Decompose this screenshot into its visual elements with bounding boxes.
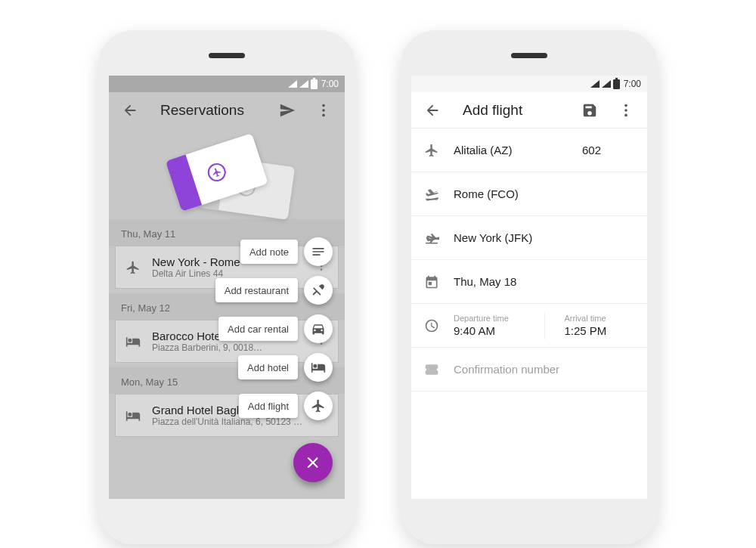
minifab-flight[interactable] — [304, 392, 333, 420]
more-icon — [618, 102, 634, 119]
hero-image — [109, 128, 345, 219]
bed-icon — [125, 408, 141, 423]
bed-icon — [125, 334, 141, 349]
divider — [544, 312, 545, 339]
arrival-time: 1:25 PM — [565, 324, 636, 337]
restaurant-icon — [311, 283, 326, 298]
phone-frame-right: 7:00 Add flight Alitalia (AZ) 602 Rome (… — [401, 30, 658, 544]
land-icon — [423, 231, 440, 246]
wifi-icon — [590, 80, 600, 88]
battery-icon — [311, 79, 318, 89]
departure-label: Departure time — [454, 314, 525, 323]
chip-add-restaurant[interactable]: Add restaurant — [215, 278, 298, 302]
plane-icon — [125, 260, 141, 275]
overflow-button[interactable] — [611, 95, 641, 125]
screen-reservations: 7:00 Reservations Thu, May 11 New York -… — [109, 76, 345, 499]
signal-icon — [602, 80, 611, 88]
page-title: Reservations — [151, 102, 266, 119]
minifab-restaurant[interactable] — [304, 276, 333, 305]
status-bar: 7:00 — [411, 76, 647, 92]
app-bar: Add flight — [411, 92, 647, 128]
page-title: Add flight — [454, 102, 569, 119]
status-time: 7:00 — [321, 79, 339, 89]
battery-icon — [613, 79, 620, 89]
plane-icon — [311, 398, 326, 413]
row-confirmation[interactable]: Confirmation number — [411, 348, 647, 392]
ticket-icon — [423, 362, 440, 377]
note-icon — [311, 244, 326, 259]
wifi-icon — [288, 80, 297, 88]
chip-add-note[interactable]: Add note — [240, 240, 298, 264]
back-button[interactable] — [115, 95, 145, 125]
chip-add-flight[interactable]: Add flight — [239, 394, 298, 418]
back-button[interactable] — [417, 95, 448, 125]
phone-frame-left: 7:00 Reservations Thu, May 11 New York -… — [98, 30, 355, 544]
card-subtitle: Piazza Barberini, 9, 0018… — [152, 342, 303, 353]
plane-icon — [423, 143, 440, 158]
close-icon — [305, 454, 321, 471]
row-destination[interactable]: New York (JFK) — [411, 216, 647, 260]
departure-time: 9:40 AM — [454, 324, 525, 337]
chip-add-hotel[interactable]: Add hotel — [238, 355, 298, 379]
takeoff-icon — [423, 187, 440, 202]
signal-icon — [299, 80, 308, 88]
back-icon — [122, 102, 138, 119]
minifab-note[interactable] — [304, 237, 333, 266]
airline-field: Alitalia (AZ) — [454, 144, 569, 156]
flight-number-field: 602 — [582, 144, 635, 156]
row-times[interactable]: Departure time 9:40 AM Arrival time 1:25… — [411, 304, 647, 348]
row-airline[interactable]: Alitalia (AZ) 602 — [411, 128, 647, 172]
card-subtitle: Delta Air Lines 44 — [152, 268, 303, 279]
bed-icon — [311, 360, 326, 375]
more-icon — [315, 102, 332, 119]
calendar-icon — [423, 274, 440, 289]
back-icon — [424, 102, 441, 119]
status-time: 7:00 — [624, 79, 641, 89]
destination-field: New York (JFK) — [454, 231, 635, 244]
confirmation-field: Confirmation number — [454, 363, 635, 376]
minifab-car[interactable] — [304, 314, 333, 343]
send-button[interactable] — [272, 95, 302, 125]
origin-field: Rome (FCO) — [454, 187, 635, 200]
clock-icon — [423, 318, 440, 333]
overflow-button[interactable] — [308, 95, 339, 125]
save-button[interactable] — [575, 95, 605, 125]
car-icon — [311, 321, 326, 336]
app-bar: Reservations — [109, 92, 345, 128]
card-subtitle: Piazza dell'Unità Italiana, 6, 50123 Fir… — [152, 416, 303, 427]
status-bar: 7:00 — [109, 76, 345, 92]
chip-add-car[interactable]: Add car rental — [218, 317, 298, 341]
arrival-label: Arrival time — [565, 314, 636, 323]
date-field: Thu, May 18 — [454, 275, 635, 288]
save-icon — [581, 102, 598, 119]
minifab-hotel[interactable] — [304, 353, 333, 382]
row-date[interactable]: Thu, May 18 — [411, 260, 647, 304]
row-origin[interactable]: Rome (FCO) — [411, 172, 647, 216]
screen-add-flight: 7:00 Add flight Alitalia (AZ) 602 Rome (… — [411, 76, 647, 499]
send-icon — [279, 102, 296, 119]
fab-close-speeddial[interactable] — [293, 443, 333, 482]
